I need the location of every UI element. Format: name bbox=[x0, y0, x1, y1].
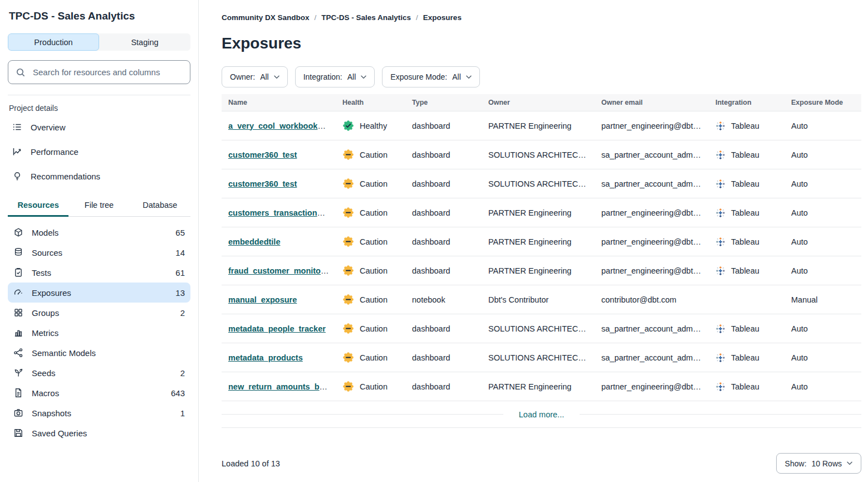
table-row: metadata_people_tracker Caution dashboar… bbox=[222, 314, 861, 343]
health-cell: Caution bbox=[336, 236, 405, 247]
sidebar-item-recommendations[interactable]: Recommendations bbox=[8, 164, 190, 188]
column-header-exposure-mode: Exposure Mode bbox=[784, 99, 861, 106]
exposure-name-link[interactable]: new_return_amounts_by_t… bbox=[228, 382, 336, 391]
sidebar-item-sources[interactable]: Sources 14 bbox=[8, 242, 190, 262]
sidebar-item-macros[interactable]: Macros 643 bbox=[8, 383, 190, 403]
table-row: a_very_cool_workbook_i_… Healthy dashboa… bbox=[222, 111, 861, 140]
owner-cell: PARTNER Engineering bbox=[482, 237, 595, 246]
owner-cell: Dbt's Contributor bbox=[482, 295, 595, 304]
resource-label: Macros bbox=[32, 388, 59, 398]
chevron-down-icon bbox=[361, 75, 366, 79]
chart-line-icon bbox=[12, 147, 22, 157]
type-cell: dashboard bbox=[405, 237, 482, 246]
health-cell: Caution bbox=[336, 265, 405, 276]
health-badge-icon bbox=[342, 381, 354, 392]
breadcrumb-account-link[interactable]: Community DX Sandbox bbox=[222, 13, 310, 22]
filter-value: All bbox=[452, 72, 461, 81]
integration-filter-dropdown[interactable]: Integration: All bbox=[295, 66, 375, 87]
sidebar-item-semantic-models[interactable]: Semantic Models bbox=[8, 343, 190, 363]
sidebar-item-saved-queries[interactable]: Saved Queries bbox=[8, 423, 190, 443]
exposure-name-link[interactable]: fraud_customer_monitoring bbox=[228, 266, 336, 275]
health-label: Caution bbox=[360, 382, 388, 391]
type-cell: dashboard bbox=[405, 382, 482, 391]
sidebar-item-metrics[interactable]: Metrics bbox=[8, 323, 190, 343]
column-header-owner: Owner bbox=[482, 99, 595, 106]
exposure-name-link[interactable]: customer360_test bbox=[228, 179, 297, 188]
exposure-name-link[interactable]: a_very_cool_workbook_i_… bbox=[228, 121, 336, 130]
sidebar-item-groups[interactable]: Groups 2 bbox=[8, 303, 190, 323]
load-more-link[interactable]: Load more... bbox=[519, 410, 564, 419]
sidebar-item-models[interactable]: Models 65 bbox=[8, 222, 190, 242]
chevron-down-icon bbox=[466, 75, 472, 79]
sidebar-item-overview[interactable]: Overview bbox=[8, 115, 190, 139]
resource-label: Exposures bbox=[32, 288, 71, 298]
resource-label: Groups bbox=[32, 308, 59, 318]
table-row: manual_exposure Caution notebook Dbt's C… bbox=[222, 285, 861, 314]
breadcrumb-project-link[interactable]: TPC-DS - Sales Analytics bbox=[321, 13, 411, 22]
table-footer: Loaded 10 of 13 Show: 10 Rows bbox=[222, 453, 861, 474]
exposure-name-link[interactable]: customer360_test bbox=[228, 150, 297, 159]
cube-icon bbox=[13, 227, 23, 237]
exposure-name-link[interactable]: embeddedtile bbox=[228, 237, 280, 246]
sidebar-item-label: Overview bbox=[31, 123, 66, 132]
chevron-down-icon bbox=[847, 461, 852, 465]
health-label: Caution bbox=[360, 295, 388, 304]
database-icon bbox=[13, 247, 23, 257]
owner-cell: SOLUTIONS ARCHITECTS bbox=[482, 179, 595, 188]
owner-cell: SOLUTIONS ARCHITECTS bbox=[482, 150, 595, 159]
camera-icon bbox=[13, 408, 23, 418]
exposure-name-link[interactable]: metadata_products bbox=[228, 353, 303, 362]
type-cell: notebook bbox=[405, 295, 482, 304]
tab-resources[interactable]: Resources bbox=[8, 196, 68, 217]
exposure-mode-cell: Manual bbox=[784, 295, 861, 304]
filter-value: All bbox=[260, 72, 269, 81]
resource-count: 1 bbox=[180, 408, 185, 418]
staging-toggle-button[interactable]: Staging bbox=[99, 33, 190, 51]
exposure-mode-filter-dropdown[interactable]: Exposure Mode: All bbox=[382, 66, 480, 87]
resource-count: 643 bbox=[171, 388, 185, 398]
sidebar-item-exposures[interactable]: Exposures 13 bbox=[8, 283, 190, 303]
exposure-name-link[interactable]: manual_exposure bbox=[228, 295, 297, 304]
type-cell: dashboard bbox=[405, 150, 482, 159]
tableau-icon bbox=[715, 208, 725, 218]
owner-cell: PARTNER Engineering bbox=[482, 266, 595, 275]
integration-label: Tableau bbox=[731, 121, 759, 130]
tableau-icon bbox=[715, 266, 725, 276]
integration-cell: Tableau bbox=[709, 150, 784, 160]
exposure-mode-cell: Auto bbox=[784, 266, 861, 275]
integration-label: Tableau bbox=[731, 179, 759, 188]
owner-email-cell: sa_partner_account_admin… bbox=[595, 150, 709, 159]
page-title: Exposures bbox=[222, 35, 861, 52]
sidebar-item-tests[interactable]: Tests 61 bbox=[8, 262, 190, 283]
filter-bar: Owner: All Integration: All Exposure Mod… bbox=[222, 66, 861, 87]
sidebar-item-snapshots[interactable]: Snapshots 1 bbox=[8, 403, 190, 423]
integration-label: Tableau bbox=[731, 150, 759, 159]
search-input[interactable] bbox=[32, 67, 183, 77]
chevron-down-icon bbox=[274, 75, 279, 79]
owner-filter-dropdown[interactable]: Owner: All bbox=[222, 66, 288, 87]
production-toggle-button[interactable]: Production bbox=[8, 33, 99, 51]
integration-label: Tableau bbox=[731, 208, 759, 217]
gauge-icon bbox=[13, 288, 23, 298]
divider bbox=[8, 95, 190, 95]
owner-cell: PARTNER Engineering bbox=[482, 382, 595, 391]
exposure-mode-cell: Auto bbox=[784, 237, 861, 246]
resource-label: Metrics bbox=[32, 328, 58, 338]
filter-label: Owner: bbox=[230, 72, 255, 81]
exposures-table: Name Health Type Owner Owner email Integ… bbox=[222, 94, 861, 428]
owner-email-cell: contributor@dbt.com bbox=[595, 295, 709, 304]
exposure-name-link[interactable]: metadata_people_tracker bbox=[228, 324, 326, 333]
sidebar-item-performance[interactable]: Performance bbox=[8, 139, 190, 164]
sidebar: TPC-DS - Sales Analytics Production Stag… bbox=[0, 0, 199, 482]
health-cell: Caution bbox=[336, 178, 405, 189]
health-cell: Caution bbox=[336, 207, 405, 218]
sidebar-item-seeds[interactable]: Seeds 2 bbox=[8, 363, 190, 383]
divider bbox=[580, 414, 861, 415]
tab-file-tree[interactable]: File tree bbox=[68, 196, 129, 217]
health-badge-icon bbox=[342, 207, 354, 218]
exposure-mode-cell: Auto bbox=[784, 382, 861, 391]
tableau-icon bbox=[715, 353, 725, 363]
tab-database[interactable]: Database bbox=[130, 196, 190, 217]
rows-per-page-dropdown[interactable]: Show: 10 Rows bbox=[776, 453, 861, 474]
exposure-name-link[interactable]: customers_transaction_gro… bbox=[228, 208, 336, 217]
